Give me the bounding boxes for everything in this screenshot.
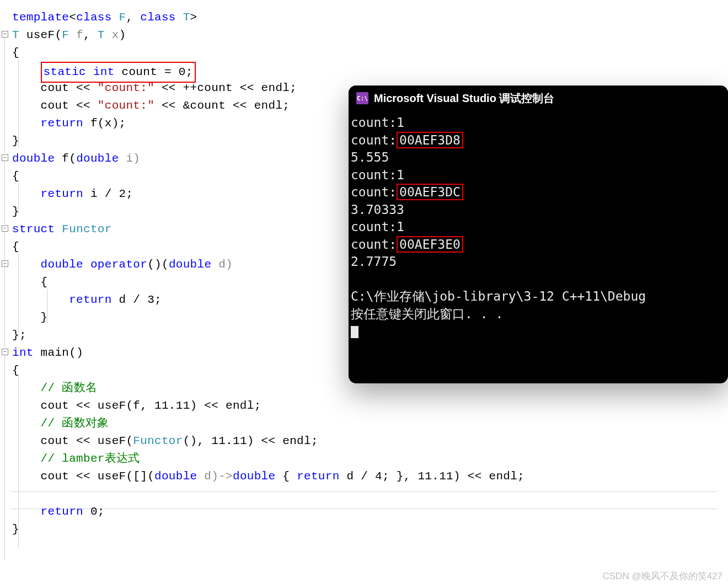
console-titlebar[interactable]: C:\ Microsoft Visual Studio 调试控制台 <box>349 85 728 111</box>
fold-toggle[interactable]: − <box>2 154 8 161</box>
fold-toggle[interactable]: − <box>2 225 8 232</box>
highlight-address-1: 00AEF3D8 <box>397 132 463 148</box>
fold-toggle[interactable]: − <box>2 260 8 267</box>
highlight-address-2: 00AEF3DC <box>397 184 463 200</box>
highlight-address-3: 00AEF3E0 <box>397 236 463 253</box>
debug-console-window[interactable]: C:\ Microsoft Visual Studio 调试控制台 count:… <box>349 85 728 383</box>
fold-gutter: − − − − − <box>0 0 10 588</box>
watermark: CSDN @晚风不及你的笑427 <box>602 570 722 582</box>
console-icon: C:\ <box>356 92 368 104</box>
fold-toggle[interactable]: − <box>2 349 8 355</box>
console-output: count:1 count:00AEF3D8 5.555 count:1 cou… <box>349 111 728 348</box>
fold-toggle[interactable]: − <box>2 31 8 38</box>
console-title: Microsoft Visual Studio 调试控制台 <box>374 91 554 106</box>
console-cursor <box>351 326 358 338</box>
